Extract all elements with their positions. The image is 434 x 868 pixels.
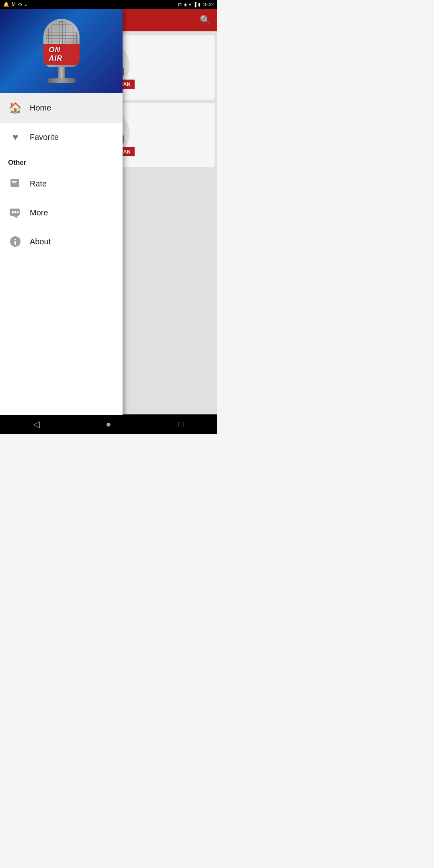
about-label: About (30, 237, 51, 246)
navigation-drawer: ON AIR 🏠 Home ♥ Favorite Other (0, 9, 123, 434)
battery-icon: ▮ (198, 2, 201, 7)
arrow-icon: ◈ (184, 2, 187, 7)
bottom-navigation-bar: ◁ ● □ (0, 415, 217, 434)
status-bar: 🔔 M ⊙ ♪ ⊡ ◈ ▾ ▐ ▮ 18:22 (0, 0, 217, 9)
home-nav-icon: ● (106, 419, 111, 430)
svg-point-18 (12, 211, 14, 213)
svg-rect-23 (14, 241, 16, 245)
nav-item-more[interactable]: More (0, 198, 123, 227)
nav-item-home[interactable]: 🏠 Home (0, 93, 123, 123)
mic-head: ON AIR (43, 19, 80, 67)
rate-icon-container (8, 176, 23, 191)
svg-point-22 (14, 239, 16, 240)
gmail-icon: M (12, 2, 16, 7)
on-air-badge: ON AIR (43, 44, 80, 65)
status-icons-left: 🔔 M ⊙ ♪ (3, 2, 27, 7)
svg-marker-17 (13, 216, 18, 218)
heart-icon-container: ♥ (8, 130, 23, 144)
notification-icon: 🔔 (3, 2, 9, 7)
clock: 18:22 (203, 2, 214, 7)
signal-icon: ▐ (193, 2, 197, 7)
music-icon: ♪ (25, 2, 27, 7)
recents-button[interactable]: □ (145, 415, 217, 434)
drawer-spacer (0, 256, 123, 434)
back-icon: ◁ (33, 419, 40, 430)
home-label: Home (30, 103, 51, 113)
status-icons-right: ⊡ ◈ ▾ ▐ ▮ 18:22 (178, 2, 214, 7)
home-icon: 🏠 (9, 102, 22, 114)
rate-label: Rate (30, 179, 47, 188)
nav-item-favorite[interactable]: ♥ Favorite (0, 123, 123, 151)
favorite-label: Favorite (30, 133, 59, 142)
drawer-header: ON AIR (0, 9, 123, 93)
mic-container: ON AIR (0, 9, 123, 93)
svg-point-20 (17, 211, 19, 213)
more-icon-container (8, 205, 23, 220)
nav-item-rate[interactable]: Rate (0, 169, 123, 198)
heart-icon: ♥ (12, 131, 18, 143)
rate-icon (10, 178, 21, 189)
other-label: Other (8, 159, 26, 166)
camera-icon: ⊙ (18, 2, 22, 7)
recents-icon: □ (178, 419, 183, 430)
mic-neck (58, 66, 65, 78)
nav-item-about[interactable]: About (0, 227, 123, 256)
wifi-icon: ▾ (189, 2, 191, 7)
mic-base (47, 78, 76, 83)
search-icon[interactable]: 🔍 (200, 15, 211, 25)
back-button[interactable]: ◁ (0, 415, 72, 434)
other-section-header: Other (0, 151, 123, 169)
cast-icon: ⊡ (178, 2, 182, 7)
info-icon (10, 236, 21, 247)
more-label: More (30, 208, 48, 217)
svg-point-19 (14, 211, 16, 213)
more-icon (9, 207, 21, 218)
mic-body: ON AIR (43, 19, 80, 83)
home-button[interactable]: ● (72, 415, 145, 434)
screen: STATIONS 🔍 🍁 HEWAN ns (0, 9, 217, 434)
info-icon-container (8, 234, 23, 249)
home-icon-container: 🏠 (8, 100, 23, 115)
